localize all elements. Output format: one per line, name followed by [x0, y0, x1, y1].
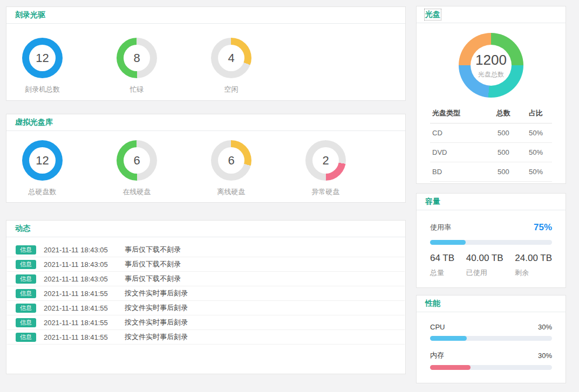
cpu-percent: 30%	[538, 323, 552, 331]
activity-timestamp: 2021-11-11 18:41:55	[44, 333, 117, 341]
usage-percent: 75%	[534, 222, 552, 233]
cpu-label: CPU	[430, 323, 445, 331]
burner-gauges: 12 刻录机总数 8 忙碌 4 空闲	[6, 24, 405, 94]
activity-list: 信息 2021-11-11 18:43:05 事后仅下载不刻录 信息 2021-…	[6, 237, 405, 345]
memory-row: 内存 30%	[430, 350, 552, 360]
donut-chart: 6	[211, 140, 251, 181]
panel-title-disc[interactable]: 光盘	[425, 10, 440, 19]
panel-capacity: 容量 使用率 75% 64 TB 总量 40.00 TB 已使用 24.00 T…	[416, 193, 566, 288]
panel-header: 虚拟光盘库	[6, 114, 405, 131]
donut-chart: 6	[117, 140, 157, 181]
donut-chart: 12	[22, 140, 63, 181]
panel-burn-drives: 刻录光驱 12 刻录机总数 8 忙碌 4 空闲	[6, 6, 406, 101]
activity-row: 信息 2021-11-11 18:43:05 事后仅下载不刻录	[7, 272, 405, 286]
gauge-disk-abnormal: 2 异常硬盘	[305, 140, 346, 197]
stat-value: 24.00 TB	[515, 253, 552, 264]
capacity-body: 使用率 75% 64 TB 总量 40.00 TB 已使用 24.00 TB 剩…	[417, 210, 566, 278]
donut-chart: 1200 光盘总数	[459, 33, 523, 98]
activity-row: 信息 2021-11-11 18:43:05 事后仅下载不刻录	[7, 243, 405, 257]
panel-title-activity[interactable]: 动态	[15, 224, 30, 233]
activity-message: 按文件实时事后刻录	[125, 318, 188, 327]
stat-label: 已使用	[466, 268, 503, 278]
usage-progressbar-fill	[430, 240, 466, 245]
memory-progressbar	[430, 365, 552, 370]
panel-header: 容量	[417, 194, 566, 210]
activity-timestamp: 2021-11-11 18:43:05	[44, 275, 117, 283]
table-cell: 500	[487, 123, 520, 143]
cpu-progressbar	[430, 336, 552, 341]
gauge-burner-idle: 4 空闲	[211, 38, 251, 94]
cpu-progressbar-fill	[430, 336, 467, 341]
activity-row: 信息 2021-11-11 18:41:55 按文件实时事后刻录	[7, 301, 405, 315]
status-badge: 信息	[16, 289, 36, 298]
activity-message: 事后仅下载不刻录	[125, 259, 181, 269]
gauge-value: 6	[228, 154, 234, 168]
table-cell: 500	[487, 143, 520, 162]
gauge-label: 离线硬盘	[217, 187, 246, 197]
table-row: BD 500 50%	[430, 162, 552, 182]
donut-chart: 8	[117, 38, 157, 78]
gauge-value: 6	[133, 154, 140, 168]
panel-virtual-disc-library: 虚拟光盘库 12 总硬盘数 6 在线硬盘 6 离线硬盘 2 异常硬盘	[6, 114, 406, 203]
gauge-label: 刻录机总数	[25, 85, 60, 94]
gauge-disk-offline: 6 离线硬盘	[211, 140, 251, 197]
table-header-cell: 占比	[520, 105, 552, 123]
panel-header: 光盘	[417, 6, 566, 23]
stat-used: 40.00 TB 已使用	[466, 253, 503, 278]
donut-chart: 12	[22, 38, 63, 78]
gauge-disk-total: 12 总硬盘数	[22, 140, 63, 197]
panel-title-burn-drives[interactable]: 刻录光驱	[15, 10, 45, 20]
disc-total-label: 光盘总数	[478, 70, 504, 79]
performance-body: CPU 30% 内存 30%	[417, 312, 566, 370]
status-badge: 信息	[16, 245, 36, 255]
disc-total-value: 1200	[475, 52, 507, 68]
panel-title-performance[interactable]: 性能	[425, 299, 440, 308]
table-cell: 50%	[520, 162, 552, 182]
gauge-value: 12	[36, 51, 49, 65]
status-badge: 信息	[16, 260, 36, 269]
gauge-label: 异常硬盘	[312, 187, 340, 197]
activity-message: 按文件实时事后刻录	[125, 332, 188, 342]
activity-message: 按文件实时事后刻录	[125, 303, 188, 313]
disc-type-table: 光盘类型 总数 占比 CD 500 50% DVD 500 50% BD 500…	[430, 105, 552, 182]
table-header-row: 光盘类型 总数 占比	[430, 105, 552, 123]
gauge-value: 8	[133, 51, 140, 65]
status-badge: 信息	[16, 304, 36, 313]
memory-progressbar-fill	[430, 365, 471, 370]
gauge-value: 12	[36, 154, 49, 168]
panel-title-capacity[interactable]: 容量	[425, 197, 440, 207]
table-cell: 500	[487, 162, 520, 182]
activity-timestamp: 2021-11-11 18:41:55	[44, 319, 117, 327]
gauge-disk-online: 6 在线硬盘	[117, 140, 157, 197]
status-badge: 信息	[16, 318, 36, 327]
activity-message: 事后仅下载不刻录	[125, 274, 181, 284]
vdisk-gauges: 12 总硬盘数 6 在线硬盘 6 离线硬盘 2 异常硬盘	[6, 131, 405, 197]
usage-label: 使用率	[430, 223, 451, 232]
activity-message: 按文件实时事后刻录	[125, 288, 188, 298]
gauge-label: 忙碌	[130, 85, 144, 94]
donut-chart: 4	[211, 38, 251, 78]
table-header-cell: 总数	[487, 105, 520, 123]
gauge-label: 总硬盘数	[29, 187, 57, 197]
gauge-burner-busy: 8 忙碌	[117, 38, 157, 94]
activity-timestamp: 2021-11-11 18:43:05	[44, 246, 117, 254]
capacity-stats: 64 TB 总量 40.00 TB 已使用 24.00 TB 剩余	[430, 253, 552, 278]
status-badge: 信息	[16, 333, 36, 342]
donut-chart: 2	[305, 140, 346, 181]
memory-label: 内存	[430, 350, 444, 360]
table-row: CD 500 50%	[430, 123, 552, 143]
activity-timestamp: 2021-11-11 18:41:55	[44, 290, 117, 298]
usage-row: 使用率 75%	[430, 222, 552, 233]
panel-performance: 性能 CPU 30% 内存 30%	[416, 295, 566, 383]
panel-title-virtual-disc-library[interactable]: 虚拟光盘库	[15, 118, 53, 127]
activity-row: 信息 2021-11-11 18:43:05 事后仅下载不刻录	[7, 257, 405, 272]
panel-header: 刻录光驱	[6, 7, 405, 24]
stat-remaining: 24.00 TB 剩余	[515, 253, 552, 278]
activity-timestamp: 2021-11-11 18:41:55	[44, 304, 117, 312]
table-row: DVD 500 50%	[430, 143, 552, 162]
activity-message: 事后仅下载不刻录	[125, 245, 181, 255]
stat-label: 总量	[430, 268, 454, 278]
table-cell: DVD	[430, 143, 487, 162]
memory-percent: 30%	[538, 352, 552, 360]
usage-progressbar	[430, 240, 552, 245]
